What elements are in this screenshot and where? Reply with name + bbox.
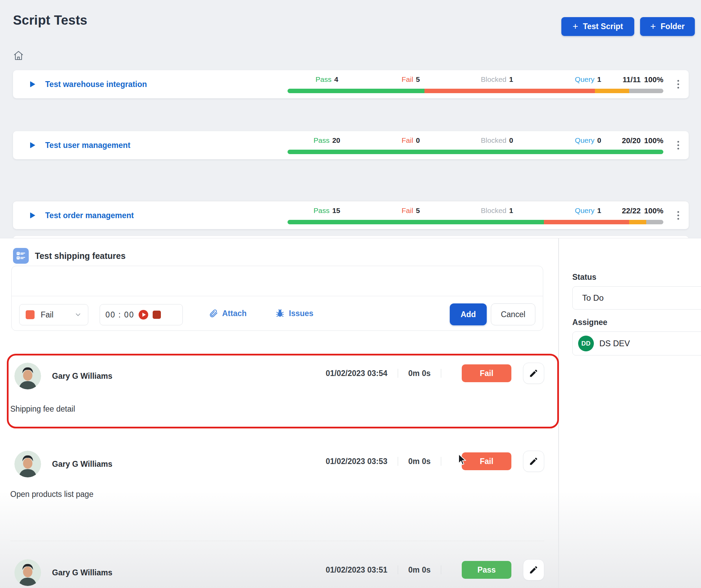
add-test-script-button[interactable]: + Test Script [561,17,634,36]
pencil-icon [529,565,538,575]
user-avatar [14,559,41,586]
attach-button[interactable]: Attach [208,309,247,318]
assignee-name: DS DEV [599,339,630,348]
progress-bar [288,150,663,154]
edit-result-button[interactable] [523,559,544,580]
query-count: Query1 [575,75,601,84]
timer-stop-button[interactable] [153,311,161,319]
progress-segment [646,220,663,224]
stop-square-icon [153,311,161,319]
assignee-field-label: Assignee [572,318,607,327]
add-result-button[interactable]: Add [450,303,487,325]
status-select[interactable]: To Do [572,286,701,310]
folder-row: Test warehouse integration Pass4 Fail5 B… [13,70,689,98]
expand-chevron-icon[interactable] [30,212,35,218]
expand-chevron-icon[interactable] [30,81,35,87]
result-status-badge[interactable]: Fail [462,452,511,470]
result-meta: 01/02/2023 03:54 0m 0s Fail [326,363,544,384]
result-status-badge[interactable]: Fail [462,364,511,382]
kebab-menu-icon[interactable] [675,139,681,152]
folder-stats: Pass4 Fail5 Blocked1 Query1 11/11100% [288,75,663,93]
pass-count: Pass4 [316,75,338,84]
cancel-button[interactable]: Cancel [491,303,535,325]
attach-label: Attach [222,309,247,318]
progress-segment [595,89,629,93]
result-meta: 01/02/2023 03:53 0m 0s Fail [326,451,544,472]
folder-name-link[interactable]: Test order management [45,201,134,229]
folder-name-link[interactable]: Test warehouse integration [45,70,147,98]
issues-button[interactable]: Issues [275,309,314,318]
user-avatar [14,451,41,477]
detail-header: Test shipping features [13,248,126,264]
add-test-script-label: Test Script [583,22,623,31]
status-field-label: Status [572,273,596,282]
bug-icon [275,309,285,318]
folder-name-link[interactable]: Test user management [45,131,130,159]
result-status-label: Fail [480,457,494,466]
add-folder-button[interactable]: + Folder [640,17,695,36]
edit-result-button[interactable] [523,451,544,472]
result-timestamp: 01/02/2023 03:53 [326,457,387,466]
assignee-avatar: DD [578,336,594,351]
author-name: Gary G Williams [52,568,112,577]
sidebar-divider [558,238,559,588]
script-tests-section: Script Tests + Test Script + Folder Test… [0,0,701,238]
kebab-menu-icon[interactable] [675,78,681,91]
progress-segment [288,89,424,93]
comment-input[interactable] [12,266,543,296]
result-entry: Gary G Williams 01/02/2023 03:53 0m 0s F… [10,447,544,499]
result-status-label: Fail [480,369,494,378]
result-status-select[interactable]: Fail [19,304,88,325]
plus-icon: + [650,22,656,31]
progress-bar [288,220,663,224]
progress-segment [629,89,663,93]
progress-segment [544,220,629,224]
result-entry-header: Gary G Williams 01/02/2023 03:51 0m 0s P… [10,559,544,586]
timer-play-button[interactable] [138,310,149,320]
meta-separator [398,457,398,466]
result-status-label: Pass [477,565,496,575]
result-text: Shipping fee detail [10,404,544,414]
stats-labels: Pass20 Fail0 Blocked0 Query0 20/20100% [288,136,663,147]
progress-segment [288,220,544,224]
assignee-select[interactable]: DD DS DEV [572,331,701,355]
stats-labels: Pass15 Fail5 Blocked1 Query1 22/22100% [288,207,663,217]
results-list: Gary G Williams 01/02/2023 03:54 0m 0s F… [10,359,544,586]
result-timestamp: 01/02/2023 03:51 [326,565,387,575]
home-breadcrumb-icon[interactable] [13,50,24,61]
kebab-menu-icon[interactable] [675,209,681,222]
execution-ratio: 20/20100% [622,136,663,145]
result-status-value: Fail [41,310,74,320]
edit-result-button[interactable] [523,363,544,384]
result-meta: 01/02/2023 03:51 0m 0s Pass [326,559,544,580]
test-detail-section: Test shipping features Fail 00 : 00 Atta… [0,238,701,588]
result-duration: 0m 0s [408,565,431,575]
plus-icon: + [573,22,578,31]
author-name: Gary G Williams [52,460,112,469]
result-duration: 0m 0s [408,457,431,466]
meta-separator [441,565,441,574]
blocked-count: Blocked1 [481,207,513,215]
fail-count: Fail0 [402,136,420,145]
result-entry: Gary G Williams 01/02/2023 03:51 0m 0s P… [10,541,544,586]
pencil-icon [529,368,538,378]
result-entry-header: Gary G Williams 01/02/2023 03:54 0m 0s F… [10,363,544,389]
progress-bar [288,89,663,93]
timer-value: 00 : 00 [105,310,134,320]
result-duration: 0m 0s [408,369,431,378]
result-entry: Gary G Williams 01/02/2023 03:54 0m 0s F… [10,359,544,414]
result-timestamp: 01/02/2023 03:54 [326,369,387,378]
chevron-down-icon [74,311,82,318]
user-avatar [14,363,41,389]
progress-segment [629,220,646,224]
expand-chevron-icon[interactable] [30,142,35,148]
meta-separator [441,369,441,378]
meta-separator [398,565,398,574]
result-status-badge[interactable]: Pass [462,561,511,579]
folder-row: Test user management Pass20 Fail0 Blocke… [13,131,689,159]
folder-stats: Pass15 Fail5 Blocked1 Query1 22/22100% [288,207,663,224]
composer-divider [12,296,543,296]
result-composer-panel: Fail 00 : 00 Attach Issues Ad [11,266,543,331]
page-title: Script Tests [13,13,87,28]
fail-count: Fail5 [402,207,420,215]
